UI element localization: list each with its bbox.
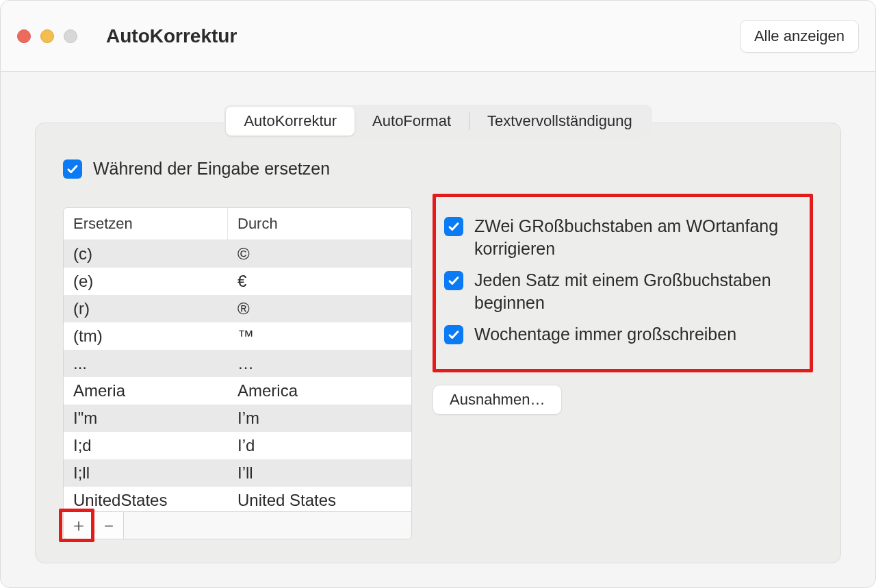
- cell-with: …: [228, 350, 411, 377]
- column-header-with[interactable]: Durch: [228, 208, 411, 240]
- body-row: Ersetzen Durch (c)©(e)€(r)®(tm)™...…Amer…: [63, 207, 813, 539]
- add-row-button[interactable]: ＋: [64, 512, 94, 539]
- table-row[interactable]: UnitedStatesUnited States: [64, 487, 411, 511]
- table-row[interactable]: (r)®: [64, 295, 411, 322]
- option-capitalize-weekdays-label: Wochentage immer großschreiben: [474, 323, 736, 346]
- cell-with: €: [228, 268, 411, 295]
- table-header: Ersetzen Durch: [64, 208, 411, 240]
- table-row[interactable]: I;dI’d: [64, 432, 411, 459]
- option-capitalize-sentence-label: Jeden Satz mit einem Großbuchstaben begi…: [474, 269, 801, 314]
- table-body[interactable]: (c)©(e)€(r)®(tm)™...…AmeriaAmericaI"mI’m…: [64, 240, 411, 511]
- settings-panel: Während der Eingabe ersetzen Ersetzen Du…: [35, 123, 841, 563]
- cell-with: ©: [228, 240, 411, 268]
- replacements-table: Ersetzen Durch (c)©(e)€(r)®(tm)™...…Amer…: [63, 207, 412, 539]
- table-row[interactable]: (tm)™: [64, 322, 411, 350]
- right-column: ZWei GRoßbuchstaben am WOrtanfang korrig…: [433, 207, 813, 415]
- option-capitalize-weekdays[interactable]: Wochentage immer großschreiben: [444, 323, 801, 346]
- table-row[interactable]: AmeriaAmerica: [64, 377, 411, 405]
- traffic-lights: [17, 29, 77, 43]
- tab-autoformat[interactable]: AutoFormat: [355, 107, 469, 136]
- highlight-annotation-options: ZWei GRoßbuchstaben am WOrtanfang korrig…: [433, 194, 813, 372]
- cell-with: United States: [228, 487, 411, 511]
- cell-with: I’m: [228, 405, 411, 432]
- remove-row-button[interactable]: －: [94, 512, 124, 539]
- table-row[interactable]: ...…: [64, 350, 411, 377]
- checkbox-checked-icon[interactable]: [63, 159, 82, 179]
- cell-replace: (e): [64, 268, 228, 295]
- cell-replace: I;d: [64, 432, 228, 459]
- table-row[interactable]: I;llI’ll: [64, 459, 411, 487]
- exceptions-button[interactable]: Ausnahmen…: [433, 385, 562, 415]
- content-area: AutoKorrektur AutoFormat Textvervollstän…: [1, 72, 875, 563]
- table-footer: ＋ －: [64, 511, 411, 539]
- cell-replace: (r): [64, 295, 228, 322]
- cell-with: I’ll: [228, 459, 411, 487]
- table-row[interactable]: (c)©: [64, 240, 411, 268]
- cell-replace: UnitedStates: [64, 487, 228, 511]
- table-row[interactable]: I"mI’m: [64, 405, 411, 432]
- show-all-button[interactable]: Alle anzeigen: [740, 20, 859, 53]
- cell-replace: I"m: [64, 405, 228, 432]
- option-two-caps[interactable]: ZWei GRoßbuchstaben am WOrtanfang korrig…: [444, 215, 801, 259]
- zoom-window-button[interactable]: [64, 29, 77, 43]
- segmented-control: AutoKorrektur AutoFormat Textvervollstän…: [224, 105, 652, 138]
- close-window-button[interactable]: [17, 29, 31, 43]
- minimize-window-button[interactable]: [40, 29, 54, 43]
- cell-replace: Ameria: [64, 377, 228, 405]
- replace-while-typing-option[interactable]: Während der Eingabe ersetzen: [63, 159, 813, 179]
- cell-with: ®: [228, 295, 411, 322]
- cell-replace: (c): [64, 240, 228, 268]
- option-capitalize-sentence[interactable]: Jeden Satz mit einem Großbuchstaben begi…: [444, 269, 801, 314]
- cell-with: I’d: [228, 432, 411, 459]
- tab-bar: AutoKorrektur AutoFormat Textvervollstän…: [35, 105, 841, 138]
- table-row[interactable]: (e)€: [64, 268, 411, 295]
- replace-while-typing-label: Während der Eingabe ersetzen: [93, 159, 330, 179]
- window-title: AutoKorrektur: [106, 25, 237, 47]
- column-header-replace[interactable]: Ersetzen: [64, 208, 228, 240]
- tab-textvervollstaendigung[interactable]: Textvervollständigung: [469, 107, 650, 136]
- titlebar: AutoKorrektur Alle anzeigen: [1, 1, 875, 72]
- tab-autokorrektur[interactable]: AutoKorrektur: [226, 107, 355, 136]
- cell-with: ™: [228, 322, 411, 350]
- cell-replace: (tm): [64, 322, 228, 350]
- option-two-caps-label: ZWei GRoßbuchstaben am WOrtanfang korrig…: [474, 215, 801, 259]
- preferences-window: AutoKorrektur Alle anzeigen AutoKorrektu…: [0, 0, 876, 588]
- checkbox-checked-icon[interactable]: [444, 325, 463, 344]
- cell-replace: I;ll: [64, 459, 228, 487]
- cell-with: America: [228, 377, 411, 405]
- checkbox-checked-icon[interactable]: [444, 271, 463, 290]
- cell-replace: ...: [64, 350, 228, 377]
- checkbox-checked-icon[interactable]: [444, 217, 463, 236]
